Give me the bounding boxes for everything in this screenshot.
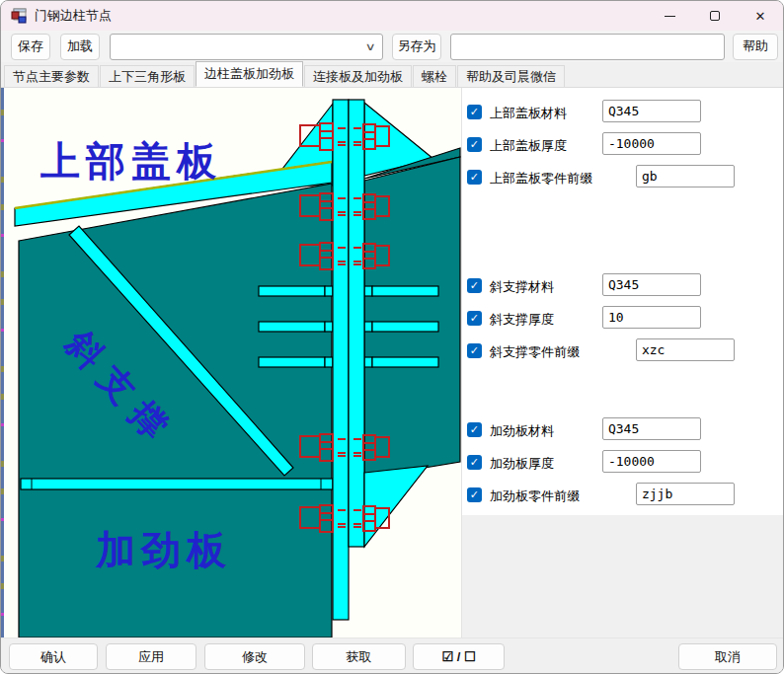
row-checkbox[interactable]: ✓ [467, 278, 482, 293]
minimize-button[interactable] [647, 1, 692, 31]
checkmark-icon: ✓ [470, 457, 479, 468]
row-value-input[interactable] [602, 306, 701, 329]
save-as-button[interactable]: 另存为 [392, 34, 441, 60]
save-button[interactable]: 保存 [11, 34, 50, 60]
bottom-stiffener-band [21, 479, 333, 489]
fetch-button[interactable]: 获取 [312, 643, 406, 670]
dialog-window: 门钢边柱节点 ✕ 保存 加载 ∨ 另存为 帮助 节点主要参数上下三角形板边柱盖板… [0, 0, 784, 674]
tab-strip: 节点主要参数上下三角形板边柱盖板加劲板连接板及加劲板螺栓帮助及司晨微信 [1, 62, 783, 88]
row-label: 斜支撑厚度 [490, 311, 554, 329]
checkmark-icon: ✓ [470, 424, 479, 435]
row-checkbox[interactable]: ✓ [467, 343, 482, 358]
apply-button[interactable]: 应用 [106, 643, 196, 670]
row-value-input[interactable] [602, 273, 701, 296]
checkmark-icon: ✓ [470, 489, 479, 500]
row-checkbox[interactable]: ✓ [467, 105, 482, 119]
form-row: ✓斜支撑材料 [462, 275, 784, 299]
drawing-viewport: 上部盖板 斜支撑 加劲板 [5, 88, 461, 637]
row-checkbox[interactable]: ✓ [467, 422, 482, 437]
row-value-input[interactable] [602, 100, 701, 122]
help-button[interactable]: 帮助 [733, 34, 778, 60]
row-checkbox[interactable]: ✓ [467, 170, 482, 185]
tab-3[interactable]: 连接板及加劲板 [304, 65, 412, 87]
row-value-input[interactable] [636, 483, 735, 505]
toolbar: 保存 加载 ∨ 另存为 帮助 [1, 31, 783, 62]
tab-2[interactable]: 边柱盖板加劲板 [196, 61, 303, 87]
app-icon [11, 8, 27, 24]
label-stiffener: 加劲板 [95, 526, 232, 572]
form-row: ✓上部盖板厚度 [462, 134, 784, 158]
window-controls: ✕ [647, 1, 783, 31]
web-plate-right [364, 148, 460, 478]
checkmark-icon: ✓ [470, 280, 479, 291]
tab-5[interactable]: 帮助及司晨微信 [457, 65, 565, 87]
preset-combobox[interactable]: ∨ [110, 34, 383, 60]
row-value-input[interactable] [602, 417, 701, 440]
content-area: 上部盖板 斜支撑 加劲板 ✓上部盖板材料✓上部盖板厚度✓上部盖板零件前缀✓斜支撑… [1, 88, 783, 637]
minimize-icon [665, 16, 675, 17]
form-row: ✓加劲板材料 [462, 419, 784, 443]
close-icon: ✕ [755, 9, 766, 24]
parameter-panel: ✓上部盖板材料✓上部盖板厚度✓上部盖板零件前缀✓斜支撑材料✓斜支撑厚度✓斜支撑零… [461, 88, 783, 637]
row-value-input[interactable] [636, 338, 735, 361]
tab-1[interactable]: 上下三角形板 [100, 65, 195, 87]
checkmark-icon: ✓ [470, 345, 479, 356]
row-label: 上部盖板零件前缀 [490, 170, 592, 187]
maximize-icon [710, 11, 720, 21]
checkmark-icon: ✓ [470, 107, 479, 117]
close-button[interactable]: ✕ [738, 1, 783, 31]
row-checkbox[interactable]: ✓ [467, 311, 482, 326]
row-label: 加劲板材料 [490, 422, 554, 440]
label-top-cover: 上部盖板 [40, 137, 222, 184]
row-label: 上部盖板厚度 [490, 137, 567, 155]
row-checkbox[interactable]: ✓ [467, 137, 482, 152]
titlebar: 门钢边柱节点 ✕ [1, 1, 783, 31]
checkmark-icon: ✓ [470, 313, 479, 324]
row-checkbox[interactable]: ✓ [467, 455, 482, 470]
footer-bar: 确认 应用 修改 获取 ☑ / ☐ 取消 [1, 637, 783, 674]
form-row: ✓上部盖板材料 [462, 102, 784, 125]
row-value-input[interactable] [602, 450, 701, 473]
form-row: ✓斜支撑厚度 [462, 308, 784, 332]
form-row: ✓加劲板厚度 [462, 452, 784, 476]
confirm-button[interactable]: 确认 [9, 643, 98, 670]
modify-button[interactable]: 修改 [204, 643, 305, 670]
row-checkbox[interactable]: ✓ [467, 487, 482, 502]
tab-4[interactable]: 螺栓 [413, 65, 456, 87]
toggle-all-checkboxes-button[interactable]: ☑ / ☐ [413, 643, 505, 670]
tab-0[interactable]: 节点主要参数 [4, 65, 99, 87]
row-value-input[interactable] [636, 165, 735, 187]
form-row: ✓斜支撑零件前缀 [462, 340, 784, 364]
row-label: 斜支撑材料 [490, 278, 554, 296]
chevron-down-icon: ∨ [364, 40, 375, 53]
row-label: 加劲板零件前缀 [490, 487, 580, 505]
window-title: 门钢边柱节点 [35, 7, 112, 25]
checkmark-icon: ✓ [470, 139, 479, 150]
cancel-button[interactable]: 取消 [678, 643, 777, 670]
filename-input[interactable] [450, 34, 725, 60]
row-value-input[interactable] [602, 132, 701, 155]
form-row: ✓加劲板零件前缀 [462, 485, 784, 508]
row-label: 上部盖板材料 [490, 105, 567, 122]
form-row: ✓上部盖板零件前缀 [462, 167, 784, 190]
row-label: 加劲板厚度 [490, 455, 554, 473]
maximize-button[interactable] [692, 1, 738, 31]
edge-column-plates [333, 100, 364, 620]
row-label: 斜支撑零件前缀 [490, 343, 580, 361]
checkmark-icon: ✓ [470, 172, 479, 183]
node-drawing-canvas: 上部盖板 斜支撑 加劲板 [5, 88, 461, 637]
load-button[interactable]: 加载 [60, 34, 100, 60]
